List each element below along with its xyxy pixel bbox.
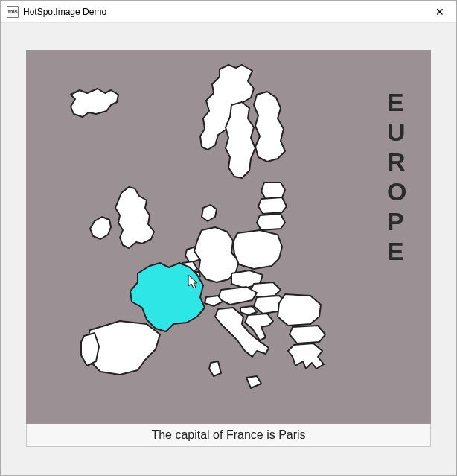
country-greece[interactable] xyxy=(288,343,324,369)
country-bulgaria[interactable] xyxy=(290,326,325,343)
titlebar[interactable]: tms HotSpotImage Demo ✕ xyxy=(1,1,456,23)
country-iceland[interactable] xyxy=(71,89,118,117)
app-window: tms HotSpotImage Demo ✕ xyxy=(0,0,457,476)
country-france[interactable] xyxy=(130,263,205,331)
country-estonia[interactable] xyxy=(261,183,285,199)
country-latvia[interactable] xyxy=(258,197,287,214)
country-finland[interactable] xyxy=(254,92,285,162)
app-icon: tms xyxy=(7,6,19,18)
europe-vertical-label: E U R O P E xyxy=(387,87,405,266)
status-bar: The capital of France is Paris xyxy=(26,424,431,447)
europe-map[interactable] xyxy=(26,50,431,424)
country-uk[interactable] xyxy=(115,187,154,248)
country-ireland[interactable] xyxy=(90,217,111,239)
country-sardinia[interactable] xyxy=(209,361,221,376)
country-sweden[interactable] xyxy=(226,102,255,178)
close-button[interactable]: ✕ xyxy=(423,1,456,23)
country-sicily[interactable] xyxy=(246,376,261,388)
country-switzerland[interactable] xyxy=(205,296,223,306)
window-title: HotSpotImage Demo xyxy=(23,7,106,17)
country-denmark[interactable] xyxy=(202,205,217,221)
country-poland[interactable] xyxy=(233,230,282,269)
status-text: The capital of France is Paris xyxy=(151,428,305,441)
country-austria[interactable] xyxy=(218,287,257,305)
country-romania[interactable] xyxy=(278,294,321,326)
close-icon: ✕ xyxy=(435,6,444,18)
country-lithuania[interactable] xyxy=(257,214,285,230)
client-area: E U R O P E The capital of France is Par… xyxy=(1,23,456,475)
map-panel: E U R O P E xyxy=(26,50,431,424)
country-portugal[interactable] xyxy=(81,333,99,366)
